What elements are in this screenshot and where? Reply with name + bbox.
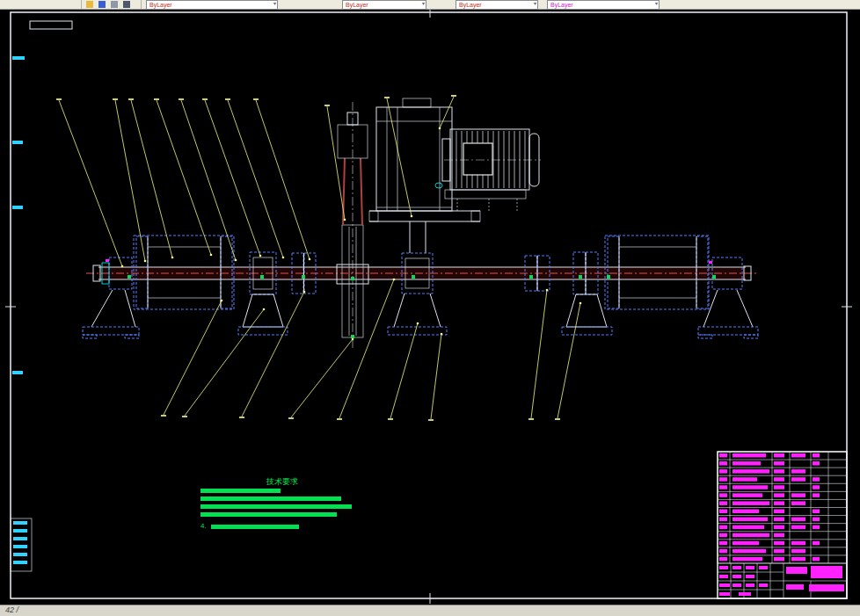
status-coordinates: 42 / <box>5 605 18 614</box>
tech-notes-item-number: 4. <box>200 522 207 530</box>
color-combo[interactable]: ByLayer ▾ <box>146 0 278 10</box>
cad-window: ByLayer ▾ ByLayer ▾ ByLayer ▾ ByLayer ▾ <box>0 0 860 616</box>
linetype-combo[interactable]: ByLayer ▾ <box>342 0 426 10</box>
magenta-mark <box>106 259 109 262</box>
toolbar-icon-2[interactable] <box>98 1 106 8</box>
chevron-down-icon: ▾ <box>422 0 425 8</box>
toolbar-separator <box>81 0 82 9</box>
motor-junction-box <box>463 143 492 175</box>
linetype-combo-value: ByLayer <box>343 2 368 8</box>
lineweight-combo-value: ByLayer <box>456 2 482 8</box>
color-combo-value: ByLayer <box>147 2 172 8</box>
magenta-mark <box>709 261 712 264</box>
toolbar-separator <box>141 0 142 9</box>
lineweight-combo[interactable]: ByLayer ▾ <box>456 0 538 10</box>
tech-notes-title: 技术要求 <box>266 477 298 486</box>
main-shaft[interactable] <box>86 265 756 281</box>
toolbar-icon-1[interactable] <box>86 1 93 8</box>
drawing-canvas[interactable]: 技术要求 4. <box>0 0 860 616</box>
toolbar-icon-3[interactable] <box>111 1 118 8</box>
toolbar-icon-4[interactable] <box>123 1 130 8</box>
chevron-down-icon: ▾ <box>534 0 536 8</box>
chevron-down-icon: ▾ <box>273 0 276 8</box>
plotstyle-combo-value: ByLayer <box>548 2 573 8</box>
toolbar: ByLayer ▾ ByLayer ▾ ByLayer ▾ ByLayer ▾ <box>0 0 860 10</box>
status-bar: 42 / <box>0 605 860 616</box>
plotstyle-combo[interactable]: ByLayer ▾ <box>547 0 660 10</box>
chevron-down-icon: ▾ <box>655 0 658 8</box>
